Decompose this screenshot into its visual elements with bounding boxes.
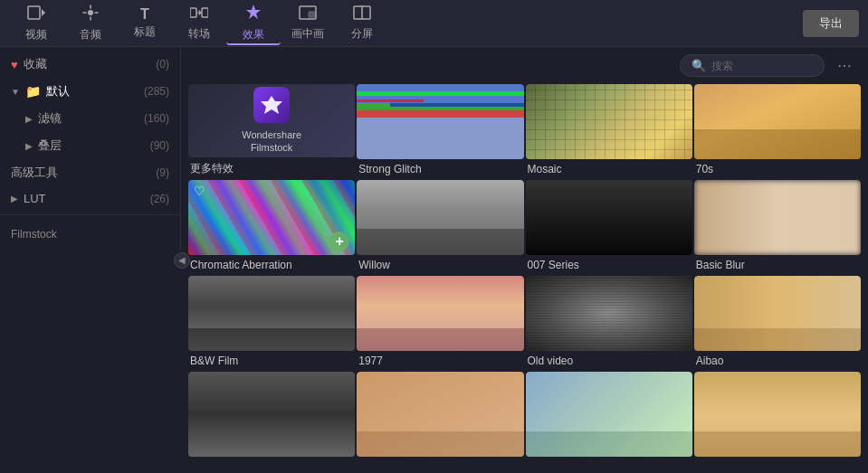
mosaic-thumb xyxy=(526,84,692,159)
svg-marker-1 xyxy=(42,9,45,16)
content-header: 🔍 ⋯ xyxy=(181,47,868,84)
overlays-count: (90) xyxy=(150,139,169,152)
aibao-thumb xyxy=(694,276,861,351)
effect-row5-4[interactable] xyxy=(694,372,861,466)
effect-chromatic-aberration[interactable]: ♡ + Chromatic Aberration xyxy=(188,180,355,274)
video-icon xyxy=(27,5,45,25)
overlays-arrow-icon: ▶ xyxy=(25,141,33,151)
70s-label: 70s xyxy=(694,159,861,178)
filmstock-logo-icon xyxy=(253,87,290,123)
filmstock-tile-item[interactable]: WondershareFilmstock 更多特效 xyxy=(188,84,355,178)
svg-marker-5 xyxy=(246,5,261,19)
search-input[interactable] xyxy=(711,60,802,72)
effect-old-video[interactable]: Old video xyxy=(526,276,692,370)
nav-title[interactable]: T 标题 xyxy=(118,2,172,45)
007-thumb xyxy=(526,180,692,255)
sidebar-item-advanced[interactable]: 高级工具 (9) xyxy=(0,159,180,186)
effect-mosaic[interactable]: Mosaic xyxy=(526,84,692,178)
sidebar-item-filters[interactable]: ▶ 滤镜 (160) xyxy=(0,105,180,132)
aibao-label: Aibao xyxy=(694,351,861,370)
svg-rect-4 xyxy=(202,8,208,17)
top-nav: 视频 音频 T 标题 转场 效果 画中画 分屏 导出 xyxy=(0,0,868,47)
search-icon: 🔍 xyxy=(692,59,706,72)
sidebar-item-favorites[interactable]: ♥ 收藏 (0) xyxy=(0,51,180,78)
nav-transition[interactable]: 转场 xyxy=(172,2,226,45)
chromatic-heart-icon: ♡ xyxy=(194,184,205,198)
nav-effect[interactable]: 效果 xyxy=(226,2,281,45)
row5-3-thumb xyxy=(526,372,692,457)
pip-icon xyxy=(299,5,317,24)
row5-3-label xyxy=(526,457,692,466)
nav-audio[interactable]: 音频 xyxy=(63,2,118,45)
effect-70s[interactable]: 70s xyxy=(694,84,861,178)
heart-icon: ♥ xyxy=(11,58,18,71)
chromatic-plus-button[interactable]: + xyxy=(329,232,349,251)
bw-thumb xyxy=(188,276,355,351)
old-video-label: Old video xyxy=(526,351,692,370)
svg-rect-0 xyxy=(28,6,40,19)
nav-split[interactable]: 分屏 xyxy=(335,2,389,45)
filmstock-brand-name: WondershareFilmstock xyxy=(242,128,301,155)
nav-transition-label: 转场 xyxy=(188,26,210,42)
row5-4-thumb xyxy=(694,372,861,457)
007-label: 007 Series xyxy=(526,255,692,274)
basic-blur-thumb xyxy=(694,180,861,255)
nav-split-label: 分屏 xyxy=(351,26,373,42)
filmstock-thumbnail: WondershareFilmstock xyxy=(188,84,355,157)
row5-1-thumb xyxy=(188,372,355,457)
svg-rect-7 xyxy=(309,12,315,17)
effects-grid: WondershareFilmstock 更多特效 Strong Glitch xyxy=(181,84,868,473)
effect-row5-2[interactable] xyxy=(357,372,523,466)
transition-icon xyxy=(190,5,208,24)
lut-label: LUT xyxy=(24,192,46,205)
effect-1977[interactable]: 1977 xyxy=(357,276,523,370)
svg-rect-3 xyxy=(190,8,196,17)
effect-icon xyxy=(244,3,262,25)
effect-basic-blur[interactable]: Basic Blur xyxy=(694,180,861,274)
nav-video[interactable]: 视频 xyxy=(9,2,63,45)
sidebar-divider xyxy=(0,214,180,215)
grid-view-button[interactable]: ⋯ xyxy=(832,55,857,76)
sidebar-item-default[interactable]: ▼ 📁 默认 (285) xyxy=(0,78,180,105)
effect-007-series[interactable]: 007 Series xyxy=(526,180,692,274)
sidebar-item-overlays[interactable]: ▶ 叠层 (90) xyxy=(0,132,180,159)
willow-thumb xyxy=(357,180,523,255)
willow-label: Willow xyxy=(357,255,523,274)
sidebar-item-lut[interactable]: ▶ LUT (26) xyxy=(0,186,180,211)
effect-row5-1[interactable] xyxy=(188,372,355,466)
default-count: (285) xyxy=(144,85,169,98)
lut-count: (26) xyxy=(150,193,169,205)
effect-row5-3[interactable] xyxy=(526,372,692,466)
1977-label: 1977 xyxy=(357,351,523,370)
filters-count: (160) xyxy=(144,112,169,125)
old-video-thumb xyxy=(526,276,692,351)
mosaic-label: Mosaic xyxy=(526,159,692,178)
bw-label: B&W Film xyxy=(188,351,355,370)
export-button[interactable]: 导出 xyxy=(803,10,859,37)
search-box[interactable]: 🔍 xyxy=(680,54,825,77)
sidebar-collapse-button[interactable]: ◀ xyxy=(174,252,190,269)
sidebar: ♥ 收藏 (0) ▼ 📁 默认 (285) ▶ 滤镜 (160) ▶ 叠层 xyxy=(0,47,181,250)
default-label: 默认 xyxy=(46,83,70,99)
svg-point-2 xyxy=(88,10,93,15)
effect-bw-film[interactable]: B&W Film xyxy=(188,276,355,370)
advanced-label: 高级工具 xyxy=(11,165,58,181)
effect-aibao[interactable]: Aibao xyxy=(694,276,861,370)
nav-audio-label: 音频 xyxy=(80,27,101,43)
title-icon: T xyxy=(140,6,149,23)
strong-glitch-thumb xyxy=(357,84,523,159)
content-area: 🔍 ⋯ WondershareFilmstock 更多特效 xyxy=(181,47,868,473)
chromatic-thumb: ♡ + xyxy=(188,180,355,255)
nav-video-label: 视频 xyxy=(25,27,47,43)
main-area: ♥ 收藏 (0) ▼ 📁 默认 (285) ▶ 滤镜 (160) ▶ 叠层 xyxy=(0,47,868,473)
effect-strong-glitch[interactable]: Strong Glitch xyxy=(357,84,523,178)
chromatic-label: Chromatic Aberration xyxy=(188,255,355,274)
filters-label: 滤镜 xyxy=(38,110,62,127)
1977-thumb xyxy=(357,276,523,351)
row5-4-label xyxy=(694,457,861,466)
nav-pip[interactable]: 画中画 xyxy=(281,2,335,45)
filmstock-link[interactable]: Filmstock xyxy=(0,219,180,250)
nav-title-label: 标题 xyxy=(134,24,156,40)
nav-effect-label: 效果 xyxy=(243,27,264,43)
effect-willow[interactable]: Willow xyxy=(357,180,523,274)
